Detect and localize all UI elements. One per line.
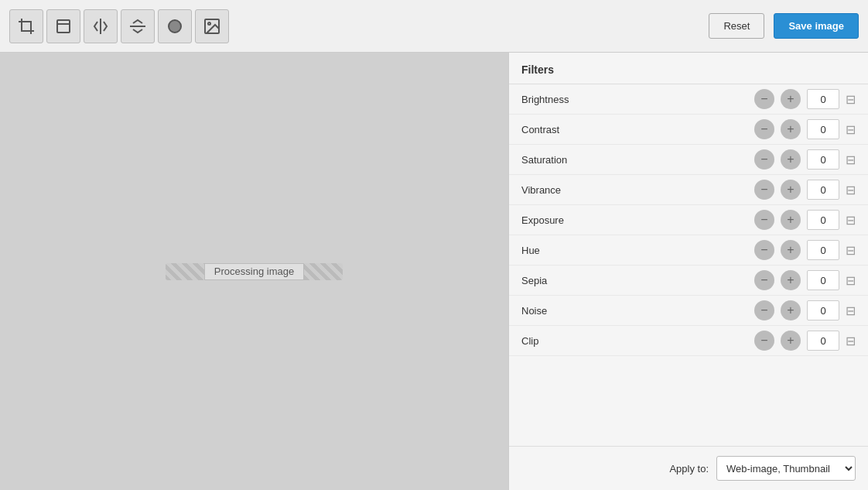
svg-point-5 bbox=[208, 22, 210, 25]
filter-slider-icon-contrast[interactable]: ⊟ bbox=[846, 122, 856, 137]
filter-slider-icon-clip[interactable]: ⊟ bbox=[846, 334, 856, 348]
filter-label-clip: Clip bbox=[521, 335, 748, 347]
filter-value-clip[interactable] bbox=[807, 331, 839, 351]
filter-label-noise: Noise bbox=[521, 305, 748, 317]
filter-row-hue: Hue − + ⊟ bbox=[509, 235, 868, 266]
filter-decrease-hue[interactable]: − bbox=[754, 240, 774, 260]
filter-row-saturation: Saturation − + ⊟ bbox=[509, 145, 868, 175]
filter-increase-vibrance[interactable]: + bbox=[781, 180, 801, 200]
flip-horizontal-button[interactable] bbox=[84, 9, 118, 43]
filters-title: Filters bbox=[509, 53, 868, 84]
filter-increase-hue[interactable]: + bbox=[781, 240, 801, 260]
filter-value-exposure[interactable] bbox=[807, 210, 839, 230]
filter-row-vibrance: Vibrance − + ⊟ bbox=[509, 175, 868, 205]
apply-to-bar: Apply to: Web-image, ThumbnailAll images… bbox=[509, 446, 868, 490]
filter-decrease-contrast[interactable]: − bbox=[754, 119, 774, 139]
filter-value-hue[interactable] bbox=[807, 240, 839, 260]
filter-increase-noise[interactable]: + bbox=[781, 300, 801, 320]
filter-label-vibrance: Vibrance bbox=[521, 184, 748, 196]
processing-indicator: Processing image bbox=[166, 263, 343, 280]
filter-row-exposure: Exposure − + ⊟ bbox=[509, 205, 868, 235]
filter-value-vibrance[interactable] bbox=[807, 180, 839, 200]
filter-decrease-saturation[interactable]: − bbox=[754, 149, 774, 170]
filter-slider-icon-saturation[interactable]: ⊟ bbox=[846, 152, 856, 167]
filter-increase-saturation[interactable]: + bbox=[781, 149, 801, 170]
filter-slider-icon-noise[interactable]: ⊟ bbox=[846, 303, 856, 318]
filter-decrease-vibrance[interactable]: − bbox=[754, 180, 774, 200]
filter-label-sepia: Sepia bbox=[521, 275, 748, 286]
apply-to-label: Apply to: bbox=[669, 463, 709, 475]
svg-point-3 bbox=[169, 20, 181, 33]
filter-value-brightness[interactable] bbox=[807, 89, 839, 109]
filter-decrease-exposure[interactable]: − bbox=[754, 210, 774, 230]
circle-tool-button[interactable] bbox=[158, 9, 192, 43]
filter-row-brightness: Brightness − + ⊟ bbox=[509, 84, 868, 115]
filter-label-brightness: Brightness bbox=[521, 94, 748, 105]
svg-rect-0 bbox=[57, 20, 70, 33]
filter-value-sepia[interactable] bbox=[807, 270, 839, 290]
filter-increase-contrast[interactable]: + bbox=[781, 119, 801, 139]
crop-aspect-button[interactable] bbox=[46, 9, 80, 43]
filter-row-clip: Clip − + ⊟ bbox=[509, 326, 868, 356]
filter-slider-icon-hue[interactable]: ⊟ bbox=[846, 243, 856, 258]
filter-label-hue: Hue bbox=[521, 245, 748, 256]
filter-decrease-sepia[interactable]: − bbox=[754, 270, 774, 290]
filter-increase-brightness[interactable]: + bbox=[781, 89, 801, 109]
filter-label-contrast: Contrast bbox=[521, 124, 748, 135]
filter-slider-icon-sepia[interactable]: ⊟ bbox=[846, 273, 856, 288]
filter-decrease-brightness[interactable]: − bbox=[754, 89, 774, 109]
processing-label: Processing image bbox=[204, 263, 304, 280]
canvas-area: Processing image bbox=[0, 53, 508, 490]
filter-value-noise[interactable] bbox=[807, 300, 839, 320]
crop-button[interactable] bbox=[9, 9, 43, 43]
main-area: Processing image Filters Brightness − + … bbox=[0, 53, 868, 490]
reset-button[interactable]: Reset bbox=[709, 13, 764, 39]
filter-increase-clip[interactable]: + bbox=[781, 331, 801, 351]
filter-increase-sepia[interactable]: + bbox=[781, 270, 801, 290]
filter-value-saturation[interactable] bbox=[807, 149, 839, 170]
filter-value-contrast[interactable] bbox=[807, 119, 839, 139]
filter-decrease-noise[interactable]: − bbox=[754, 300, 774, 320]
image-button[interactable] bbox=[195, 9, 229, 43]
filter-slider-icon-brightness[interactable]: ⊟ bbox=[846, 92, 856, 107]
filter-label-saturation: Saturation bbox=[521, 154, 748, 166]
filter-row-contrast: Contrast − + ⊟ bbox=[509, 115, 868, 145]
apply-to-select[interactable]: Web-image, ThumbnailAll imagesWeb-image … bbox=[716, 456, 856, 481]
filter-slider-icon-exposure[interactable]: ⊟ bbox=[846, 213, 856, 228]
filters-panel: Filters Brightness − + ⊟ Contrast − + ⊟ … bbox=[508, 53, 868, 490]
filter-decrease-clip[interactable]: − bbox=[754, 331, 774, 351]
toolbar: Reset Save image bbox=[0, 0, 868, 53]
flip-vertical-button[interactable] bbox=[121, 9, 155, 43]
filter-slider-icon-vibrance[interactable]: ⊟ bbox=[846, 183, 856, 197]
filter-row-sepia: Sepia − + ⊟ bbox=[509, 266, 868, 296]
progress-stripe-left bbox=[166, 263, 204, 280]
progress-stripe-right bbox=[304, 263, 343, 280]
save-image-button[interactable]: Save image bbox=[774, 13, 859, 39]
filter-row-noise: Noise − + ⊟ bbox=[509, 296, 868, 326]
filter-label-exposure: Exposure bbox=[521, 214, 748, 226]
filter-increase-exposure[interactable]: + bbox=[781, 210, 801, 230]
